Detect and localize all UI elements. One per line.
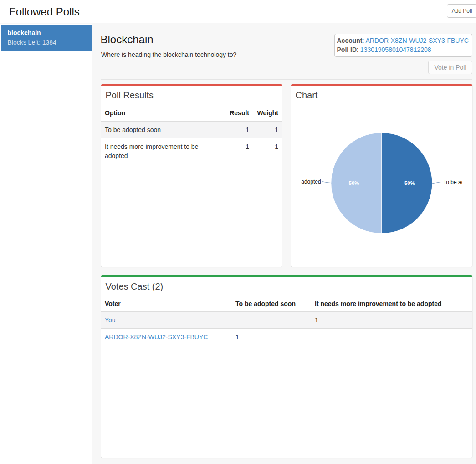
svg-text:50%: 50% [348,180,359,185]
svg-text:adopted: adopted [301,178,321,185]
svg-text:50%: 50% [404,180,415,185]
svg-text:To be adopted soon: To be adopted soon [443,178,461,185]
